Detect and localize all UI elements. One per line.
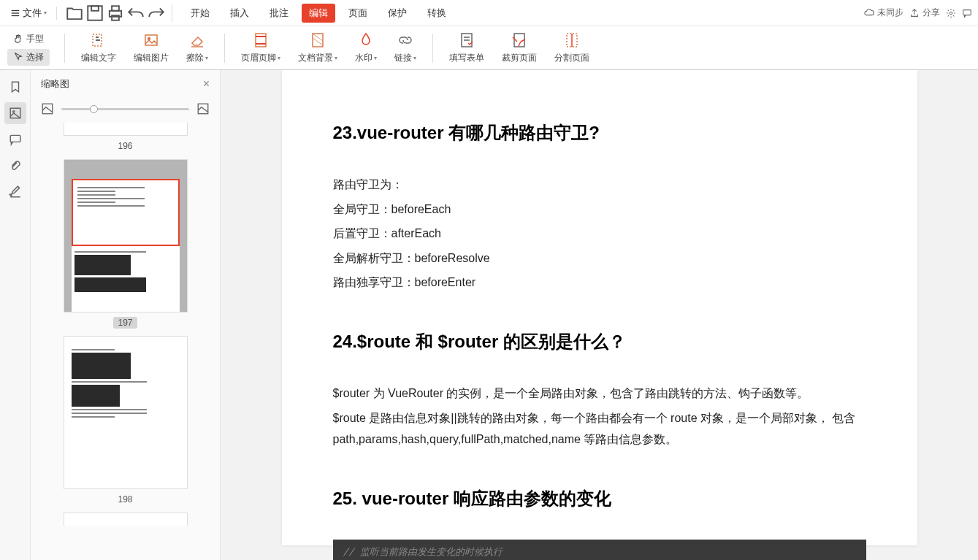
file-menu[interactable]: 文件 ▾ — [6, 4, 51, 22]
sync-label: 未同步 — [877, 7, 903, 19]
form-icon — [458, 31, 475, 49]
mode-buttons: 手型 选择 — [7, 31, 50, 66]
chevron-down-icon: ▾ — [413, 55, 416, 61]
heading-25[interactable]: 25. vue-router 响应路由参数的变化 — [333, 487, 866, 510]
ribbon-label: 编辑文字 — [81, 52, 116, 64]
tab-protect[interactable]: 保护 — [381, 4, 414, 23]
save-icon[interactable] — [85, 4, 104, 23]
fill-form-button[interactable]: 填写表单 — [440, 28, 493, 68]
feedback-button[interactable] — [962, 8, 972, 18]
share-icon — [909, 8, 920, 18]
open-icon[interactable] — [65, 4, 84, 23]
zoom-in-icon[interactable] — [196, 102, 210, 115]
paragraph[interactable]: 路由独享守卫：beforeEnter — [333, 272, 866, 294]
watermark-button[interactable]: 水印▾ — [346, 28, 386, 68]
zoom-out-icon[interactable] — [41, 102, 54, 115]
comment-icon — [9, 133, 22, 146]
document-area[interactable]: 23.vue-router 有哪几种路由守卫? 路由守卫为： 全局守卫：befo… — [221, 70, 978, 560]
select-label: 选择 — [26, 51, 44, 64]
divider — [56, 7, 57, 20]
hand-mode[interactable]: 手型 — [7, 31, 50, 47]
paragraph[interactable]: $route 是路由信息对象||跳转的路由对象，每一个路由都会有一个 route… — [333, 407, 866, 450]
header-footer-button[interactable]: 页眉页脚▾ — [232, 28, 289, 68]
tab-page[interactable]: 页面 — [341, 4, 375, 23]
paragraph[interactable]: 全局守卫：beforeEach — [333, 199, 866, 220]
bookmark-panel-button[interactable] — [4, 76, 26, 98]
redo-icon[interactable] — [147, 4, 166, 23]
thumbnail-panel-button[interactable] — [4, 102, 26, 124]
select-mode[interactable]: 选择 — [7, 49, 50, 66]
slider-handle[interactable] — [90, 105, 98, 113]
chat-icon — [962, 8, 972, 18]
close-icon[interactable]: × — [203, 77, 210, 91]
tab-insert[interactable]: 插入 — [223, 4, 256, 23]
chevron-down-icon: ▾ — [335, 55, 337, 61]
tab-annotate[interactable]: 批注 — [262, 4, 296, 23]
ribbon-label: 页眉页脚 — [241, 52, 276, 64]
watermark-icon — [357, 31, 375, 49]
eraser-icon — [188, 31, 206, 49]
paragraph[interactable]: 后置守卫：afterEach — [333, 223, 866, 245]
svg-point-8 — [950, 12, 952, 15]
tab-start[interactable]: 开始 — [183, 4, 217, 23]
menu-bar: 文件 ▾ 开始 插入 批注 编辑 页面 保护 转换 未同步 分享 — [0, 0, 978, 26]
edit-image-button[interactable]: 编辑图片 — [125, 28, 177, 68]
share-label: 分享 — [922, 7, 940, 19]
page-number: 198 — [113, 494, 137, 505]
zoom-slider[interactable] — [61, 108, 189, 110]
thumbnail-page-199[interactable] — [53, 513, 198, 526]
svg-rect-9 — [963, 9, 971, 15]
thumbnail-panel: 缩略图 × 196 — [31, 70, 221, 560]
sync-status[interactable]: 未同步 — [864, 7, 903, 19]
divider — [224, 34, 225, 63]
undo-icon[interactable] — [126, 4, 145, 23]
section-23: 23.vue-router 有哪几种路由守卫? 路由守卫为： 全局守卫：befo… — [333, 121, 866, 294]
paragraph[interactable]: 全局解析守卫：beforeResolve — [333, 248, 866, 269]
crop-page-button[interactable]: 裁剪页面 — [493, 28, 546, 68]
comment-panel-button[interactable] — [4, 129, 26, 150]
chevron-down-icon: ▾ — [44, 9, 47, 16]
tab-convert[interactable]: 转换 — [420, 4, 454, 23]
link-icon — [397, 31, 414, 49]
quick-actions — [65, 4, 172, 23]
header-footer-icon — [252, 31, 270, 49]
paragraph[interactable]: $router 为 VueRouter 的实例，是一个全局路由对象，包含了路由跳… — [333, 383, 866, 404]
edit-text-button[interactable]: 编辑文字 — [72, 28, 125, 68]
code-block[interactable]: // 监听当前路由发生变化的时候执行 — [333, 540, 866, 560]
svg-rect-26 — [10, 135, 20, 142]
link-button[interactable]: 链接▾ — [386, 28, 425, 68]
ribbon-label: 分割页面 — [554, 52, 589, 64]
thumbnail-list[interactable]: 196 — [31, 123, 220, 560]
tab-edit[interactable]: 编辑 — [302, 4, 335, 23]
signature-panel-button[interactable] — [4, 181, 26, 203]
ribbon-label: 水印 — [355, 52, 373, 64]
split-page-button[interactable]: 分割页面 — [546, 28, 598, 68]
doc-bg-button[interactable]: 文档背景▾ — [289, 28, 346, 68]
thumbnail-page-198[interactable]: 198 — [53, 336, 198, 505]
text-edit-icon — [90, 31, 107, 49]
svg-rect-17 — [313, 34, 323, 47]
heading-23[interactable]: 23.vue-router 有哪几种路由守卫? — [333, 121, 866, 145]
crop-icon — [511, 31, 528, 49]
background-icon — [309, 31, 326, 49]
thumbnail-icon — [9, 107, 22, 120]
ribbon-label: 文档背景 — [298, 52, 333, 64]
print-icon[interactable] — [106, 4, 125, 23]
settings-button[interactable] — [946, 8, 956, 18]
thumbnail-page-197[interactable]: 197 — [53, 159, 198, 329]
image-edit-icon — [142, 31, 160, 49]
menubar-left: 文件 ▾ 开始 插入 批注 编辑 页面 保护 转换 — [6, 4, 454, 23]
paragraph[interactable]: 路由守卫为： — [333, 174, 866, 196]
document-page[interactable]: 23.vue-router 有哪几种路由守卫? 路由守卫为： 全局守卫：befo… — [282, 70, 917, 545]
erase-button[interactable]: 擦除▾ — [177, 28, 217, 68]
ribbon-label: 编辑图片 — [134, 52, 169, 64]
share-button[interactable]: 分享 — [909, 7, 940, 19]
heading-24[interactable]: 24.$route 和 $router 的区别是什么？ — [333, 330, 866, 353]
svg-point-25 — [12, 111, 14, 112]
icon-sidebar — [0, 70, 31, 560]
thumbnail-page-196[interactable]: 196 — [53, 123, 198, 152]
section-24: 24.$route 和 $router 的区别是什么？ $router 为 Vu… — [333, 330, 866, 450]
svg-rect-14 — [256, 34, 266, 47]
attachment-panel-button[interactable] — [4, 155, 26, 177]
ribbon-label: 擦除 — [186, 52, 204, 64]
